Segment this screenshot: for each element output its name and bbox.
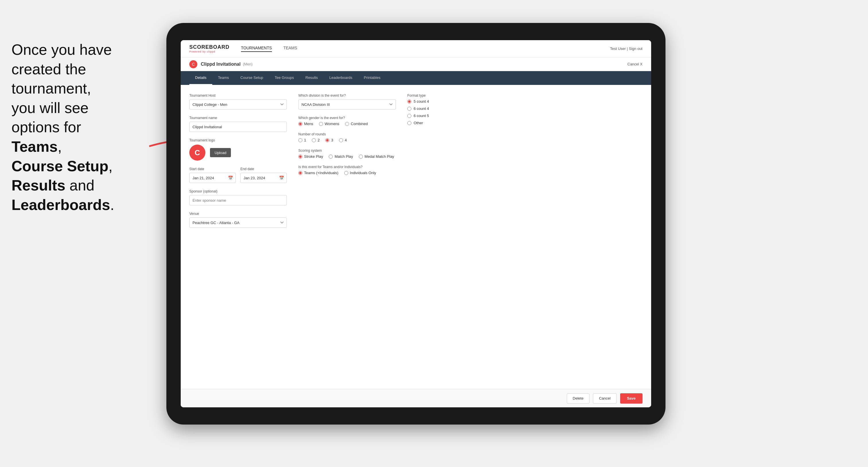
gender-radio-combined[interactable] — [345, 122, 349, 126]
sponsor-label: Sponsor (optional) — [189, 189, 287, 193]
upload-button[interactable]: Upload — [210, 148, 231, 157]
venue-group: Venue Peachtree GC - Atlanta - GA — [189, 212, 287, 228]
tournament-gender-tag: (Men) — [243, 62, 253, 66]
scoring-option-stroke[interactable]: Stroke Play — [298, 154, 323, 159]
annotation-line2: created the — [11, 61, 86, 77]
tab-details[interactable]: Details — [189, 71, 212, 85]
tab-results[interactable]: Results — [300, 71, 323, 85]
tournament-host-select[interactable]: Clippd College - Men — [189, 99, 287, 110]
annotation-line5: options for — [11, 119, 81, 135]
rounds-label-1: 1 — [304, 138, 306, 142]
tab-course-setup[interactable]: Course Setup — [235, 71, 269, 85]
nav-link-tournaments[interactable]: TOURNAMENTS — [241, 45, 272, 52]
annotation-text: Once you have created the tournament, yo… — [0, 34, 166, 220]
team-radio-teams[interactable] — [298, 171, 302, 175]
rounds-option-1[interactable]: 1 — [298, 138, 306, 142]
format-option-6count5[interactable]: 6 count 5 — [407, 114, 643, 118]
gender-option-mens[interactable]: Mens — [298, 122, 313, 126]
gender-label-combined: Combined — [351, 122, 368, 126]
scoring-label-match: Match Play — [335, 154, 353, 159]
format-option-6count4[interactable]: 6 count 4 — [407, 106, 643, 111]
cancel-top-button[interactable]: Cancel X — [627, 62, 643, 66]
logo-area: SCOREBOARD Powered by clippd — [189, 44, 229, 53]
tournament-name-breadcrumb: Clippd Invitational — [201, 62, 241, 67]
annotation-line4: you will see — [11, 99, 89, 116]
team-option-individuals[interactable]: Individuals Only — [344, 171, 376, 175]
annotation-period: . — [110, 196, 114, 213]
gender-radio-mens[interactable] — [298, 122, 302, 126]
format-radio-other[interactable] — [407, 121, 411, 125]
user-area: Test User | Sign out — [610, 46, 643, 51]
rounds-radio-4[interactable] — [339, 138, 343, 142]
scoring-option-medal-match[interactable]: Medal Match Play — [359, 154, 394, 159]
team-individuals-label: Is this event for Teams and/or Individua… — [298, 165, 396, 169]
tab-printables[interactable]: Printables — [358, 71, 386, 85]
team-radio-individuals[interactable] — [344, 171, 348, 175]
division-select[interactable]: NCAA Division III — [298, 99, 396, 110]
gender-option-combined[interactable]: Combined — [345, 122, 368, 126]
logo-subtitle: Powered by clippd — [189, 50, 229, 53]
annotation-results: Results — [11, 177, 65, 194]
format-radio-6count4[interactable] — [407, 107, 411, 111]
tab-leaderboards[interactable]: Leaderboards — [323, 71, 358, 85]
format-option-other[interactable]: Other — [407, 121, 643, 125]
end-date-label: End date — [240, 167, 287, 171]
format-option-5count4[interactable]: 5 count 4 — [407, 99, 643, 103]
tab-teams[interactable]: Teams — [212, 71, 235, 85]
annotation-line1: Once you have — [11, 41, 112, 58]
venue-label: Venue — [189, 212, 287, 216]
rounds-radio-group: 1 2 3 4 — [298, 138, 396, 142]
back-icon[interactable]: C — [189, 60, 197, 68]
form-right-column: Format type 5 count 4 6 count 4 — [407, 94, 643, 383]
rounds-label-4: 4 — [345, 138, 347, 142]
rounds-option-2[interactable]: 2 — [312, 138, 319, 142]
form-left-column: Tournament Host Clippd College - Men Tou… — [189, 94, 287, 383]
format-label-6count5: 6 count 5 — [414, 114, 429, 118]
sponsor-input[interactable] — [189, 195, 287, 206]
gender-radio-womens[interactable] — [319, 122, 323, 126]
rounds-radio-3[interactable] — [325, 138, 329, 142]
tournament-logo-label: Tournament logo — [189, 138, 287, 142]
save-button[interactable]: Save — [620, 393, 643, 404]
rounds-option-4[interactable]: 4 — [339, 138, 347, 142]
tabs-bar: Details Teams Course Setup Tee Groups Re… — [181, 71, 651, 85]
scoring-radio-match[interactable] — [329, 155, 333, 159]
logo-circle: C — [189, 145, 206, 161]
nav-links: TOURNAMENTS TEAMS — [241, 45, 610, 52]
tournament-name-input[interactable] — [189, 122, 287, 132]
logo-title: SCOREBOARD — [189, 44, 229, 50]
user-signin-text[interactable]: Test User | Sign out — [610, 46, 643, 51]
top-nav: SCOREBOARD Powered by clippd TOURNAMENTS… — [181, 40, 651, 57]
venue-select[interactable]: Peachtree GC - Atlanta - GA — [189, 217, 287, 228]
scoring-radio-stroke[interactable] — [298, 155, 302, 159]
gender-label: Which gender is the event for? — [298, 116, 396, 120]
main-content: Tournament Host Clippd College - Men Tou… — [181, 85, 651, 407]
annotation-leaderboards: Leaderboards — [11, 196, 110, 213]
tab-tee-groups[interactable]: Tee Groups — [269, 71, 300, 85]
rounds-label-2: 2 — [317, 138, 319, 142]
scoring-label-medal-match: Medal Match Play — [365, 154, 394, 159]
action-bar: Delete Cancel Save — [181, 389, 651, 407]
format-type-label: Format type — [407, 94, 643, 97]
gender-option-womens[interactable]: Womens — [319, 122, 339, 126]
format-label-5count4: 5 count 4 — [414, 99, 429, 103]
sub-header: C Clippd Invitational (Men) Cancel X — [181, 57, 651, 71]
scoring-label: Scoring system — [298, 149, 396, 153]
rounds-radio-1[interactable] — [298, 138, 302, 142]
format-radio-5count4[interactable] — [407, 99, 411, 103]
sponsor-group: Sponsor (optional) — [189, 189, 287, 206]
team-option-teams[interactable]: Teams (+Individuals) — [298, 171, 339, 175]
format-radio-6count5[interactable] — [407, 114, 411, 118]
tournament-name-group: Tournament name — [189, 116, 287, 132]
scoring-label-stroke: Stroke Play — [304, 154, 323, 159]
delete-button[interactable]: Delete — [567, 393, 590, 404]
team-label-individuals: Individuals Only — [350, 171, 376, 175]
scoring-radio-medal-match[interactable] — [359, 155, 363, 159]
cancel-button[interactable]: Cancel — [593, 393, 616, 404]
rounds-radio-2[interactable] — [312, 138, 316, 142]
tournament-host-group: Tournament Host Clippd College - Men — [189, 94, 287, 110]
rounds-option-3[interactable]: 3 — [325, 138, 333, 142]
nav-link-teams[interactable]: TEAMS — [283, 45, 297, 52]
annotation-and: and — [65, 177, 94, 194]
scoring-option-match[interactable]: Match Play — [329, 154, 353, 159]
